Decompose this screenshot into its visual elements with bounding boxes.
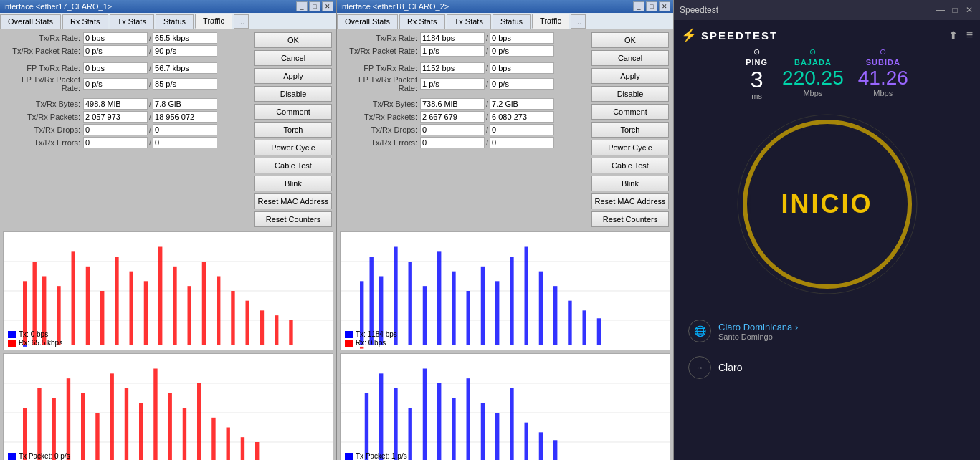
tab-1-rx[interactable]: Rx Stats xyxy=(62,14,108,29)
provider-simple-icon: ↔ xyxy=(688,356,711,379)
settings-icon[interactable]: ≡ xyxy=(966,29,973,42)
stat-val1-2-1: 1 p/s xyxy=(420,45,485,57)
legend-tx-1: Tx: 0 bps xyxy=(8,330,62,338)
tabs-row-2: Overall Stats Rx Stats Tx Stats Status T… xyxy=(337,13,673,29)
maximize-btn-2[interactable]: □ xyxy=(646,1,657,11)
svg-rect-14 xyxy=(158,247,162,345)
provider-simple[interactable]: ↔ Claro xyxy=(688,350,966,385)
ok-btn-2[interactable]: OK xyxy=(591,32,669,48)
tab-2-rx[interactable]: Rx Stats xyxy=(399,14,445,29)
tab-2-traffic[interactable]: Traffic xyxy=(532,14,569,29)
svg-rect-37 xyxy=(139,403,143,460)
svg-rect-13 xyxy=(144,281,148,345)
blink-btn-1[interactable]: Blink xyxy=(254,176,332,191)
stat-label-2-7: Tx/Rx Errors: xyxy=(341,138,420,147)
globe-icon: 🌐 xyxy=(688,320,711,342)
stat-row-2-1: Tx/Rx Packet Rate: 1 p/s / 0 p/s xyxy=(341,45,583,57)
speedtest-content: ⚡ SPEEDTEST ⬆ ≡ ⊙ PING 3 ms ⊙ BAJADA 220… xyxy=(674,20,980,460)
tab-1-overall[interactable]: Overall Stats xyxy=(0,14,61,29)
tab-1-traffic[interactable]: Traffic xyxy=(195,14,232,29)
apply-btn-1[interactable]: Apply xyxy=(254,68,332,84)
share-icon[interactable]: ⬆ xyxy=(948,29,958,42)
btns-panel-1: OK Cancel Apply Disable Comment Torch Po… xyxy=(250,29,336,230)
cancel-btn-2[interactable]: Cancel xyxy=(591,50,669,66)
stat-val2-1-6: 0 xyxy=(153,124,217,135)
speedtest-minimize-btn[interactable]: — xyxy=(936,5,946,15)
comment-btn-2[interactable]: Comment xyxy=(591,104,669,120)
cabletest-btn-2[interactable]: Cable Test xyxy=(591,158,669,173)
tab-1-status[interactable]: Status xyxy=(156,14,194,29)
ok-btn-1[interactable]: OK xyxy=(254,32,332,48)
svg-rect-77 xyxy=(409,408,412,460)
torch-btn-1[interactable]: Torch xyxy=(254,122,332,138)
svg-rect-78 xyxy=(423,369,427,461)
chart-top-2: Tx: 1184 bps Rx: 0 bps xyxy=(340,231,670,350)
svg-rect-76 xyxy=(394,388,397,460)
tab-2-more[interactable]: ... xyxy=(571,14,586,29)
resetmac-btn-1[interactable]: Reset MAC Address xyxy=(254,193,332,209)
svg-rect-31 xyxy=(52,398,56,461)
svg-rect-87 xyxy=(553,440,557,460)
torch-btn-2[interactable]: Torch xyxy=(591,122,669,138)
stat-row-2-5: Tx/Rx Packets: 2 667 679 / 6 080 273 xyxy=(341,111,583,123)
svg-rect-19 xyxy=(231,291,234,345)
resetmac-btn-2[interactable]: Reset MAC Address xyxy=(591,193,669,209)
tab-1-tx[interactable]: Tx Stats xyxy=(110,14,154,29)
interface-panel-2: Interface <ether18_CLARO_2> _ □ ✕ Overal… xyxy=(337,0,674,460)
tx-color-2 xyxy=(345,331,353,338)
svg-rect-57 xyxy=(437,251,441,345)
speedtest-logo-icon: ⚡ xyxy=(681,27,697,43)
svg-rect-64 xyxy=(539,272,543,345)
stat-val1-1-3: 0 p/s xyxy=(83,78,148,90)
bajada-label: BAJADA xyxy=(794,58,832,67)
stat-label-2-4: Tx/Rx Bytes: xyxy=(341,100,420,108)
cabletest-btn-1[interactable]: Cable Test xyxy=(254,158,332,173)
resetcnt-btn-2[interactable]: Reset Counters xyxy=(591,211,669,227)
rx-label-2: Rx: 0 bps xyxy=(356,339,386,347)
cancel-btn-1[interactable]: Cancel xyxy=(254,50,332,66)
txpkt-color-2 xyxy=(345,453,353,460)
stat-val2-1-3: 85 p/s xyxy=(153,78,217,90)
provider-item-main[interactable]: 🌐 Claro Dominicana › Santo Domingo xyxy=(688,312,966,350)
close-btn-1[interactable]: ✕ xyxy=(322,1,333,11)
svg-rect-68 xyxy=(597,318,601,345)
circle-gauge[interactable]: INICIO xyxy=(734,111,920,297)
tab-2-status[interactable]: Status xyxy=(493,14,531,29)
maximize-btn-1[interactable]: □ xyxy=(309,1,320,11)
legend-rx-2: Rx: 0 bps xyxy=(345,339,397,347)
stat-val1-1-4: 498.8 MiB xyxy=(83,98,148,110)
chart-top-2-legend: Tx: 1184 bps Rx: 0 bps xyxy=(345,330,397,347)
tab-2-tx[interactable]: Tx Stats xyxy=(447,14,491,29)
legend-txpkt-2: Tx Packet: 1 p/s xyxy=(345,452,408,460)
resetcnt-btn-1[interactable]: Reset Counters xyxy=(254,211,332,227)
speedtest-close-btn[interactable]: ✕ xyxy=(964,5,974,15)
close-btn-2[interactable]: ✕ xyxy=(659,1,670,11)
chart-bottom-2-legend: Tx Packet: 1 p/s Rx Packet: 0 p/s xyxy=(345,452,408,460)
svg-rect-30 xyxy=(37,388,41,460)
powercycle-btn-1[interactable]: Power Cycle xyxy=(254,140,332,155)
minimize-btn-2[interactable]: _ xyxy=(633,1,644,11)
disable-btn-2[interactable]: Disable xyxy=(591,86,669,102)
powercycle-btn-2[interactable]: Power Cycle xyxy=(591,140,669,155)
stat-label-1-7: Tx/Rx Errors: xyxy=(4,138,83,147)
blink-btn-2[interactable]: Blink xyxy=(591,176,669,191)
txpkt-color-1 xyxy=(8,453,16,460)
tab-1-more[interactable]: ... xyxy=(234,14,249,29)
minimize-btn-1[interactable]: _ xyxy=(296,1,308,11)
tab-2-overall[interactable]: Overall Stats xyxy=(337,14,398,29)
svg-rect-33 xyxy=(81,393,85,460)
svg-rect-86 xyxy=(539,432,543,460)
speedtest-logo-left: ⚡ SPEEDTEST xyxy=(681,27,778,43)
rx-label-1: Rx: 65.5 kbps xyxy=(19,339,62,347)
stat-label-2-2: FP Tx/Rx Rate: xyxy=(341,64,420,72)
disable-btn-1[interactable]: Disable xyxy=(254,86,332,102)
stats-table-2: Tx/Rx Rate: 1184 bps / 0 bps Tx/Rx Packe… xyxy=(337,29,587,230)
rx-color-1 xyxy=(8,340,16,347)
speedtest-maximize-btn[interactable]: □ xyxy=(950,5,960,15)
comment-btn-1[interactable]: Comment xyxy=(254,104,332,120)
chart-bottom-2-svg xyxy=(341,354,670,460)
stat-label-2-1: Tx/Rx Packet Rate: xyxy=(341,47,420,55)
apply-btn-2[interactable]: Apply xyxy=(591,68,669,84)
titlebar-2: Interface <ether18_CLARO_2> _ □ ✕ xyxy=(337,0,673,13)
svg-rect-74 xyxy=(365,393,368,460)
